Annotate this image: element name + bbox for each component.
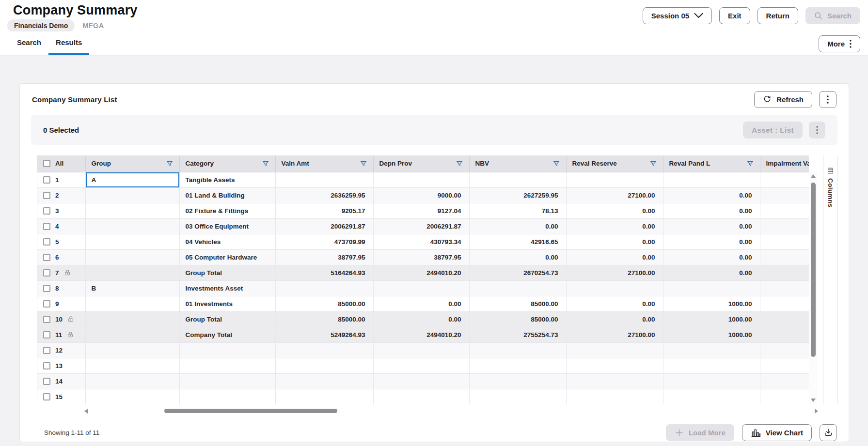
impairment-cell[interactable] xyxy=(760,249,809,265)
view-chart-button[interactable]: View Chart xyxy=(742,424,812,441)
valn-cell[interactable]: 5164264.93 xyxy=(275,265,373,280)
row-checkbox[interactable] xyxy=(43,223,50,230)
reval-pandl-cell[interactable]: 1000.00 xyxy=(663,296,760,311)
valn-cell[interactable]: 2006291.87 xyxy=(275,218,373,234)
impairment-cell[interactable] xyxy=(760,389,809,404)
column-header-reval-pand-l[interactable]: Reval Pand L xyxy=(663,155,760,172)
depn-cell[interactable] xyxy=(373,389,469,404)
row-checkbox[interactable] xyxy=(43,176,50,184)
reval-reserve-cell[interactable]: 0.00 xyxy=(566,249,663,265)
group-cell[interactable] xyxy=(85,327,179,342)
row-checkbox[interactable] xyxy=(43,269,50,277)
group-cell[interactable]: B xyxy=(85,280,179,296)
category-cell[interactable] xyxy=(179,342,275,358)
scroll-left-arrow[interactable] xyxy=(84,409,88,414)
selection-kebab-button[interactable] xyxy=(809,122,825,138)
depn-cell[interactable] xyxy=(373,358,469,373)
group-cell[interactable] xyxy=(85,203,179,218)
row-checkbox[interactable] xyxy=(43,238,50,246)
category-cell[interactable]: 01 Investments xyxy=(179,296,275,311)
reval-pandl-cell[interactable] xyxy=(663,342,760,358)
nbv-cell[interactable]: 0.00 xyxy=(469,249,566,265)
impairment-cell[interactable] xyxy=(760,172,809,187)
category-cell[interactable]: 03 Office Equipment xyxy=(179,218,275,234)
impairment-cell[interactable] xyxy=(760,218,809,234)
reval-reserve-cell[interactable]: 0.00 xyxy=(566,218,663,234)
group-cell[interactable] xyxy=(85,218,179,234)
reval-reserve-cell[interactable] xyxy=(566,373,663,389)
column-header-all[interactable]: All xyxy=(37,155,85,172)
download-button[interactable] xyxy=(820,424,837,441)
category-cell[interactable]: Company Total xyxy=(179,327,275,342)
group-cell[interactable]: A xyxy=(85,172,179,187)
reval-pandl-cell[interactable]: 1000.00 xyxy=(663,327,760,342)
row-checkbox[interactable] xyxy=(43,362,50,369)
group-cell[interactable] xyxy=(85,389,179,404)
valn-cell[interactable]: 2636259.95 xyxy=(275,187,373,203)
valn-cell[interactable] xyxy=(275,373,373,389)
group-cell[interactable] xyxy=(85,249,179,265)
group-cell[interactable] xyxy=(85,187,179,203)
horizontal-scrollbar-thumb[interactable] xyxy=(164,409,337,413)
group-cell[interactable] xyxy=(85,373,179,389)
group-cell[interactable] xyxy=(85,296,179,311)
impairment-cell[interactable] xyxy=(760,203,809,218)
group-cell[interactable] xyxy=(85,311,179,327)
impairment-cell[interactable] xyxy=(760,187,809,203)
row-checkbox[interactable] xyxy=(43,378,50,385)
row-checkbox[interactable] xyxy=(43,300,50,308)
depn-cell[interactable]: 2006291.87 xyxy=(373,218,469,234)
scroll-down-arrow[interactable] xyxy=(811,399,816,402)
column-header-reval-reserve[interactable]: Reval Reserve xyxy=(566,155,663,172)
filter-funnel-icon[interactable] xyxy=(262,160,269,168)
nbv-cell[interactable] xyxy=(469,358,566,373)
reval-reserve-cell[interactable]: 0.00 xyxy=(566,311,663,327)
nbv-cell[interactable]: 2755254.73 xyxy=(469,327,566,342)
search-button[interactable]: Search xyxy=(805,7,860,24)
tab-results[interactable]: Results xyxy=(48,31,89,55)
load-more-button[interactable]: Load More xyxy=(666,424,734,441)
row-checkbox[interactable] xyxy=(43,285,50,292)
filter-funnel-icon[interactable] xyxy=(166,160,174,168)
row-checkbox[interactable] xyxy=(43,207,50,215)
filter-funnel-icon[interactable] xyxy=(360,160,367,168)
category-cell[interactable] xyxy=(179,373,275,389)
depn-cell[interactable]: 9127.04 xyxy=(373,203,469,218)
horizontal-scrollbar[interactable] xyxy=(84,407,818,415)
row-checkbox[interactable] xyxy=(43,254,50,261)
column-header-depn-prov[interactable]: Depn Prov xyxy=(373,155,469,172)
valn-cell[interactable]: 5249264.93 xyxy=(275,327,373,342)
nbv-cell[interactable] xyxy=(469,172,566,187)
depn-cell[interactable]: 2494010.20 xyxy=(373,327,469,342)
impairment-cell[interactable] xyxy=(760,280,809,296)
vertical-scrollbar[interactable] xyxy=(809,172,818,404)
nbv-cell[interactable]: 0.00 xyxy=(469,218,566,234)
valn-cell[interactable]: 9205.17 xyxy=(275,203,373,218)
nbv-cell[interactable] xyxy=(469,373,566,389)
depn-cell[interactable]: 38797.95 xyxy=(373,249,469,265)
reval-pandl-cell[interactable] xyxy=(663,389,760,404)
category-cell[interactable]: 01 Land & Building xyxy=(179,187,275,203)
reval-reserve-cell[interactable] xyxy=(566,389,663,404)
impairment-cell[interactable] xyxy=(760,327,809,342)
select-all-checkbox[interactable] xyxy=(43,160,50,167)
column-header-impairment-val[interactable]: Impairment Val xyxy=(760,155,809,172)
tab-search[interactable]: Search xyxy=(10,31,48,55)
reval-reserve-cell[interactable]: 27100.00 xyxy=(566,265,663,280)
nbv-cell[interactable] xyxy=(469,280,566,296)
reval-pandl-cell[interactable]: 0.00 xyxy=(663,203,760,218)
reval-pandl-cell[interactable]: 0.00 xyxy=(663,187,760,203)
row-checkbox[interactable] xyxy=(43,347,50,354)
refresh-button[interactable]: Refresh xyxy=(754,91,812,108)
nbv-cell[interactable] xyxy=(469,342,566,358)
group-cell[interactable] xyxy=(85,234,179,249)
filter-funnel-icon[interactable] xyxy=(456,160,463,168)
nbv-cell[interactable]: 42916.65 xyxy=(469,234,566,249)
reval-reserve-cell[interactable]: 0.00 xyxy=(566,234,663,249)
impairment-cell[interactable] xyxy=(760,234,809,249)
column-header-category[interactable]: Category xyxy=(179,155,275,172)
filter-funnel-icon[interactable] xyxy=(552,160,560,168)
more-button[interactable]: More xyxy=(819,35,860,52)
category-cell[interactable]: 02 Fixture & Fittings xyxy=(179,203,275,218)
depn-cell[interactable]: 430793.34 xyxy=(373,234,469,249)
